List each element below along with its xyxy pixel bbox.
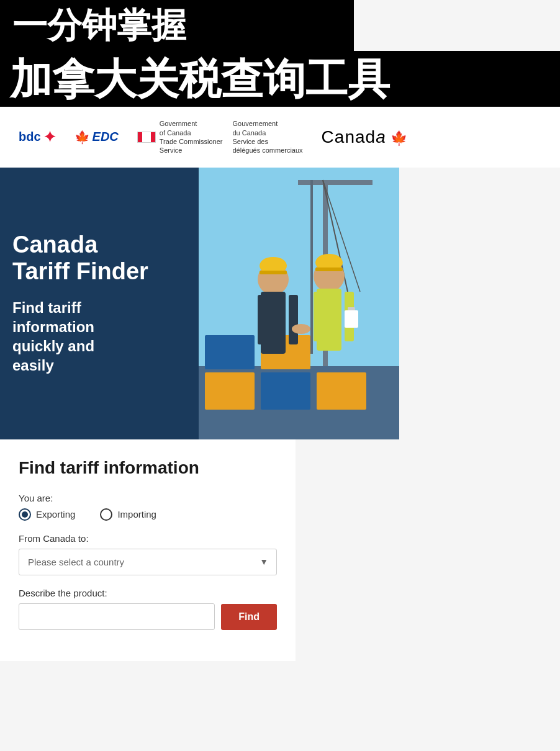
hero-left-panel: Canada Tariff Finder Find tariff informa… [0, 168, 199, 439]
hero-title: Canada Tariff Finder [12, 232, 186, 286]
form-title: Find tariff information [19, 458, 277, 478]
trade-en-text: Governmentof CanadaTrade CommissionerSer… [160, 119, 223, 155]
country-select[interactable]: Please select a country [19, 549, 277, 575]
importing-radio[interactable] [100, 508, 112, 521]
describe-product-label: Describe the product: [19, 588, 277, 598]
content-area: Find tariff information You are: Exporti… [0, 439, 560, 661]
edc-logo: 🍁 EDC [75, 130, 119, 145]
form-section: Find tariff information You are: Exporti… [0, 439, 296, 661]
main-content: Canada Tariff Finder Find tariff informa… [0, 168, 560, 661]
from-canada-group: From Canada to: Please select a country … [19, 533, 277, 575]
canada-wordmark: Canada 🍁 [322, 127, 408, 147]
svg-rect-2 [298, 180, 373, 185]
second-banner-text: 加拿大关税查询工具 [10, 56, 550, 102]
exporting-option[interactable]: Exporting [19, 508, 75, 521]
top-banner-text: 一分钟掌握 [12, 6, 341, 45]
you-are-label: You are: [19, 493, 277, 503]
top-banner: 一分钟掌握 [0, 0, 354, 51]
bdc-text: bdc [19, 130, 41, 144]
importing-label: Importing [117, 509, 156, 519]
you-are-group: You are: Exporting Importing [19, 493, 277, 521]
svg-rect-7 [205, 372, 255, 410]
hero-section: Canada Tariff Finder Find tariff informa… [0, 168, 399, 439]
hero-image-panel [199, 168, 399, 439]
hero-background-svg [199, 168, 399, 439]
right-panel [296, 439, 560, 661]
svg-rect-10 [205, 335, 255, 369]
importing-option[interactable]: Importing [100, 508, 156, 521]
svg-rect-20 [315, 268, 343, 271]
svg-rect-25 [348, 307, 355, 310]
describe-product-group: Describe the product: Find [19, 588, 277, 630]
edc-text: EDC [93, 130, 119, 144]
canada-flag-wordmark-icon: 🍁 [386, 130, 408, 146]
canada-text: Canad [322, 127, 376, 146]
svg-rect-14 [260, 271, 287, 274]
bdc-asterisk-icon: ✦ [43, 128, 56, 146]
product-row: Find [19, 603, 277, 630]
from-canada-label: From Canada to: [19, 533, 277, 544]
exporting-radio[interactable] [19, 508, 31, 521]
canada-a: a [376, 127, 386, 146]
logos-section: bdc✦ 🍁 EDC Governmentof CanadaTrade Comm… [0, 107, 560, 167]
svg-rect-9 [317, 372, 366, 410]
product-input[interactable] [19, 603, 215, 630]
svg-rect-24 [345, 310, 358, 328]
trade-commissioner-logo: Governmentof CanadaTrade CommissionerSer… [137, 119, 303, 155]
trade-fr-text: Gouvernementdu CanadaService desdélégués… [232, 119, 302, 155]
svg-rect-17 [289, 295, 298, 344]
canada-flag-icon [137, 132, 156, 143]
svg-rect-8 [261, 372, 310, 410]
bdc-logo: bdc✦ [19, 128, 56, 146]
exporting-label: Exporting [36, 509, 75, 519]
svg-rect-16 [258, 295, 267, 344]
radio-group: Exporting Importing [19, 508, 277, 521]
hero-subtitle: Find tariff information quickly and easi… [12, 298, 186, 376]
country-select-wrapper: Please select a country ▼ [19, 549, 277, 575]
svg-rect-22 [314, 292, 323, 341]
svg-point-26 [292, 324, 310, 334]
find-button[interactable]: Find [221, 604, 277, 630]
svg-rect-3 [310, 180, 313, 354]
second-banner: 加拿大关税查询工具 [0, 51, 560, 107]
maple-leaf-icon: 🍁 [75, 130, 90, 145]
